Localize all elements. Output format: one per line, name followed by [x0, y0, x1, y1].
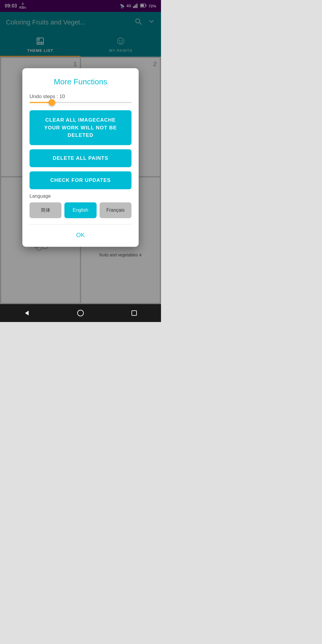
- undo-steps-section: Undo steps : 10: [30, 94, 131, 103]
- svg-point-43: [78, 310, 83, 316]
- clear-cache-button[interactable]: CLEAR ALL IMAGECACHEYOUR WORK WILL NOT B…: [30, 110, 131, 145]
- clear-cache-label: CLEAR ALL IMAGECACHEYOUR WORK WILL NOT B…: [44, 117, 117, 138]
- nav-bar: [0, 304, 161, 322]
- svg-rect-44: [132, 311, 137, 315]
- lang-fr-button[interactable]: Français: [100, 202, 131, 218]
- back-button[interactable]: [21, 307, 33, 319]
- language-buttons: 简体 English Français: [30, 202, 131, 218]
- dialog-title: More Functions: [30, 77, 131, 86]
- home-button[interactable]: [75, 307, 86, 319]
- delete-all-paints-button[interactable]: DELETE ALL PAINTS: [30, 149, 131, 167]
- lang-en-button[interactable]: English: [64, 202, 96, 218]
- svg-marker-42: [25, 311, 29, 315]
- language-section: Language 简体 English Français: [30, 193, 131, 218]
- recent-apps-button[interactable]: [128, 307, 140, 319]
- check-for-updates-button[interactable]: CHECK FOR UPDATES: [30, 171, 131, 189]
- dialog-divider: [30, 224, 131, 224]
- lang-zh-button[interactable]: 简体: [30, 202, 61, 218]
- language-label: Language: [30, 193, 131, 199]
- slider-track: [30, 102, 131, 103]
- dialog: More Functions Undo steps : 10 CLEAR ALL…: [22, 68, 139, 247]
- ok-button[interactable]: OK: [30, 229, 131, 241]
- slider-container[interactable]: [30, 102, 131, 103]
- undo-steps-label: Undo steps : 10: [30, 94, 131, 100]
- slider-thumb[interactable]: [49, 99, 55, 106]
